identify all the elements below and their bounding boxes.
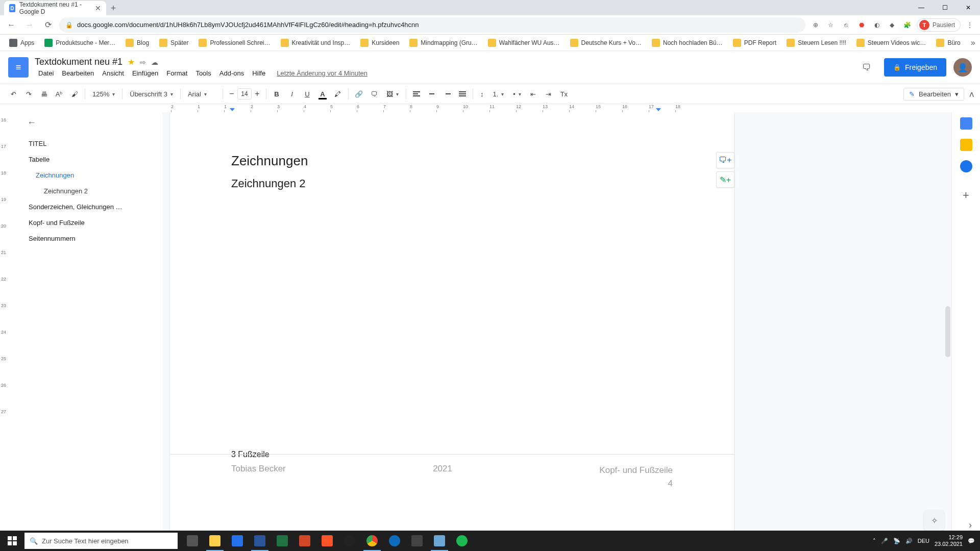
tab-close-icon[interactable]: ✕: [95, 4, 101, 12]
undo-button[interactable]: ↶: [6, 87, 20, 101]
spellcheck-button[interactable]: Aᵇ: [52, 87, 66, 101]
menu-datei[interactable]: Datei: [35, 68, 57, 78]
tasks-addon-icon[interactable]: [960, 160, 972, 172]
taskbar-app-brave[interactable]: [316, 531, 338, 551]
taskbar-search-input[interactable]: 🔍 Zur Suche Text hier eingeben: [24, 533, 178, 549]
explore-button[interactable]: ✧: [924, 510, 944, 531]
zoom-select[interactable]: 125%▾: [88, 87, 119, 101]
last-edit-link[interactable]: Letzte Änderung vor 4 Minuten: [273, 68, 371, 78]
taskbar-app-edge[interactable]: [384, 531, 405, 551]
indent-marker-right[interactable]: [656, 108, 661, 111]
apps-shortcut[interactable]: Apps: [5, 37, 38, 49]
star-icon[interactable]: ★: [128, 57, 135, 67]
profile-chip[interactable]: T Pausiert: [917, 18, 961, 32]
tray-volume-icon[interactable]: 🔊: [905, 538, 913, 544]
start-button[interactable]: [0, 531, 24, 551]
tray-mic-icon[interactable]: 🎤: [881, 538, 888, 544]
extension-icon-1[interactable]: ⬣: [855, 19, 868, 31]
align-justify-button[interactable]: [455, 87, 470, 101]
document-canvas[interactable]: Zeichnungen Zeichnungen 2 3 Fußzeile Tob…: [162, 112, 951, 551]
menu-bearbeiten[interactable]: Bearbeiten: [58, 68, 97, 78]
taskbar-app-notepad[interactable]: [429, 531, 450, 551]
bookmark-item[interactable]: Steuern Lesen !!!!: [782, 37, 850, 49]
collapse-toolbar-button[interactable]: ʌ: [969, 89, 974, 99]
text-color-button[interactable]: A: [315, 87, 330, 101]
keep-addon-icon[interactable]: [960, 139, 972, 151]
menu-einfuegen[interactable]: Einfügen: [129, 68, 162, 78]
outline-item[interactable]: TITEL: [24, 137, 154, 151]
tray-network-icon[interactable]: 📡: [893, 538, 900, 544]
bookmark-item[interactable]: Später: [155, 37, 192, 49]
highlight-color-button[interactable]: 🖍: [331, 87, 345, 101]
outline-item[interactable]: Zeichnungen 2: [24, 184, 154, 198]
translate-icon[interactable]: ⎋: [840, 19, 852, 31]
bookmark-item[interactable]: Büro: [932, 37, 964, 49]
line-spacing-button[interactable]: ↕: [476, 87, 488, 101]
menu-format[interactable]: Format: [163, 68, 191, 78]
increase-indent-button[interactable]: ⇥: [542, 87, 556, 101]
bookmark-item[interactable]: Wahlfächer WU Aus…: [484, 37, 564, 49]
clear-formatting-button[interactable]: Tx: [557, 87, 571, 101]
numbered-list-button[interactable]: 1.▾: [488, 87, 508, 101]
extension-icon-3[interactable]: ◆: [886, 19, 898, 31]
move-icon[interactable]: ⇨: [140, 58, 146, 66]
bookmark-item[interactable]: Mindmapping (Gru…: [405, 37, 481, 49]
taskbar-app-obs[interactable]: [339, 531, 360, 551]
nav-reload-button[interactable]: ⟳: [41, 18, 55, 32]
print-button[interactable]: 🖶: [37, 87, 51, 101]
insert-link-button[interactable]: 🔗: [352, 87, 366, 101]
redo-button[interactable]: ↷: [21, 87, 36, 101]
task-view-button[interactable]: [182, 531, 203, 551]
outline-item[interactable]: Tabelle: [24, 153, 154, 166]
taskbar-app-excel[interactable]: [272, 531, 293, 551]
get-addons-button[interactable]: +: [963, 189, 969, 202]
taskbar-app-edge-legacy[interactable]: [227, 531, 248, 551]
document-page[interactable]: Zeichnungen Zeichnungen 2 3 Fußzeile Tob…: [170, 112, 734, 551]
cloud-status-icon[interactable]: ☁: [151, 58, 158, 66]
paint-format-button[interactable]: 🖌: [67, 87, 82, 101]
side-panel-collapse-button[interactable]: ›: [969, 520, 972, 531]
new-tab-button[interactable]: +: [106, 1, 120, 15]
bookmark-item[interactable]: Blog: [121, 37, 153, 49]
editing-mode-select[interactable]: ✎ Bearbeiten ▾: [903, 88, 964, 101]
vertical-ruler[interactable]: 161718192021222324252627: [0, 112, 9, 551]
outline-item[interactable]: Kopf- und Fußzeile: [24, 216, 154, 230]
taskbar-app-explorer[interactable]: [204, 531, 226, 551]
underline-button[interactable]: U: [300, 87, 314, 101]
insert-comment-button[interactable]: 🗨: [367, 87, 381, 101]
vertical-scrollbar[interactable]: [945, 306, 950, 357]
indent-marker-left[interactable]: [230, 108, 235, 111]
bold-button[interactable]: B: [270, 87, 284, 101]
extension-icon-2[interactable]: ◐: [871, 19, 883, 31]
bookmark-item[interactable]: Noch hochladen Bü…: [648, 37, 727, 49]
font-size-decrease[interactable]: −: [226, 87, 237, 101]
bookmark-item[interactable]: Steuern Videos wic…: [852, 37, 930, 49]
menu-ansicht[interactable]: Ansicht: [99, 68, 128, 78]
nav-forward-button[interactable]: →: [22, 18, 37, 32]
document-title[interactable]: Textdokument neu #1: [35, 57, 122, 67]
tray-language-label[interactable]: DEU: [918, 538, 929, 544]
chrome-menu-icon[interactable]: ⋮: [964, 19, 976, 31]
taskbar-app-word[interactable]: [249, 531, 271, 551]
tray-clock[interactable]: 12:29 23.02.2021: [935, 534, 963, 547]
account-avatar[interactable]: 👤: [953, 58, 972, 77]
horizontal-ruler[interactable]: 21123456789101112131415161718: [0, 104, 980, 112]
outline-close-button[interactable]: ←: [24, 115, 39, 130]
align-center-button[interactable]: [425, 87, 439, 101]
suggest-edit-margin-button[interactable]: ✎+: [716, 171, 734, 188]
bulleted-list-button[interactable]: •▾: [509, 87, 525, 101]
nav-back-button[interactable]: ←: [4, 18, 18, 32]
bookmark-item[interactable]: Deutsche Kurs + Vo…: [566, 37, 646, 49]
window-minimize[interactable]: —: [910, 0, 933, 15]
window-close[interactable]: ✕: [957, 0, 980, 15]
outline-item[interactable]: Seitennummern: [24, 232, 154, 245]
menu-tools[interactable]: Tools: [192, 68, 214, 78]
font-size-increase[interactable]: +: [252, 87, 263, 101]
calendar-addon-icon[interactable]: [960, 117, 972, 130]
menu-hilfe[interactable]: Hilfe: [249, 68, 269, 78]
taskbar-app-spotify[interactable]: [451, 531, 473, 551]
add-comment-margin-button[interactable]: 🗨+: [716, 152, 734, 168]
docs-logo-icon[interactable]: ≡: [8, 57, 29, 78]
bookmark-item[interactable]: Kursideen: [356, 37, 403, 49]
bookmark-item[interactable]: Kreativität und Insp…: [277, 37, 355, 49]
